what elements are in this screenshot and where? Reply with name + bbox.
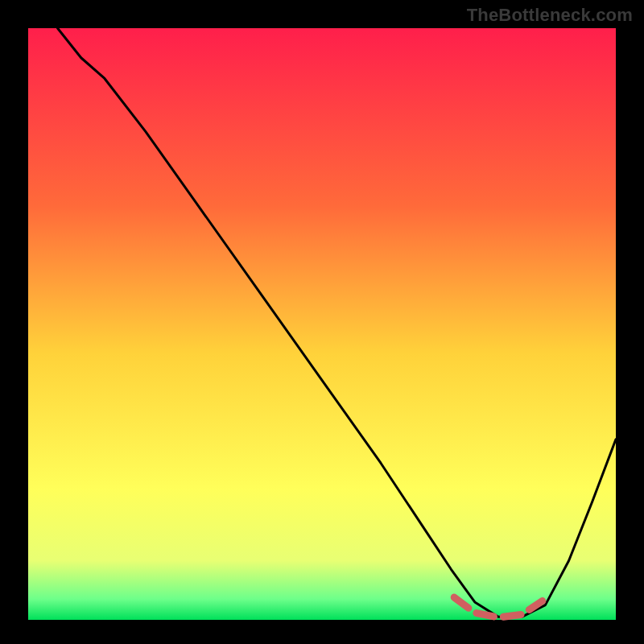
chart-container: TheBottleneck.com — [0, 0, 644, 644]
bottleneck-chart — [0, 0, 644, 644]
gradient-background — [28, 28, 616, 620]
